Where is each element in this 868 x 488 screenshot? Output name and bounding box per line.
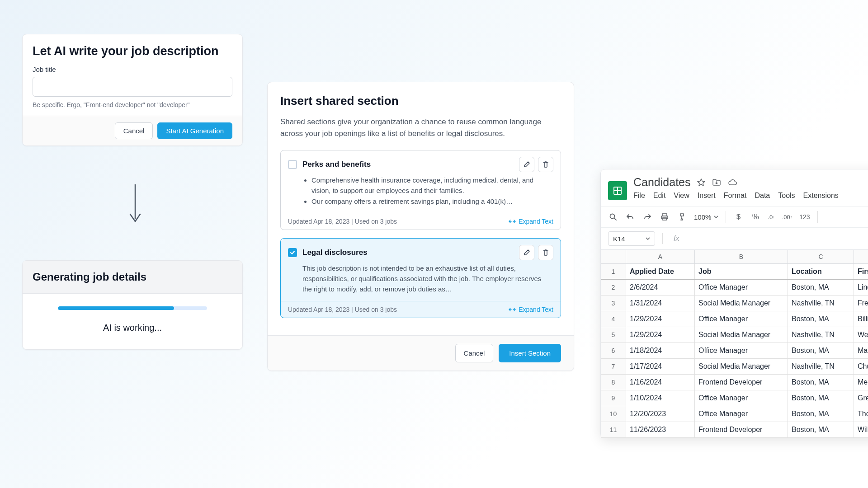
cancel-button[interactable]: Cancel <box>455 344 494 362</box>
cell-reference-selector[interactable]: K14 <box>608 231 655 246</box>
cell[interactable]: Boston, MA <box>788 375 854 390</box>
increase-decimal-icon[interactable]: .00↑ <box>782 212 793 222</box>
cell[interactable]: Nashville, TN <box>788 359 854 374</box>
paint-format-icon[interactable] <box>677 212 687 222</box>
start-ai-generation-button[interactable]: Start AI Generation <box>157 122 232 139</box>
checkbox-perks[interactable] <box>288 160 297 169</box>
cell[interactable]: Boston, MA <box>788 422 854 437</box>
cell[interactable]: Nashville, TN <box>788 296 854 311</box>
row-header[interactable]: 7 <box>601 359 626 374</box>
menu-data[interactable]: Data <box>755 192 770 200</box>
cell[interactable]: 11/26/2023 <box>626 422 695 437</box>
section-option-perks[interactable]: Perks and benefits Comprehensive health … <box>280 150 561 230</box>
column-header[interactable]: A <box>626 250 695 263</box>
more-formats-icon[interactable]: 123 <box>799 212 810 222</box>
cell[interactable]: Fredd <box>854 296 868 311</box>
cell[interactable]: 1/10/2024 <box>626 390 695 406</box>
checkbox-legal[interactable] <box>288 248 297 257</box>
job-title-input[interactable] <box>33 77 232 97</box>
menu-edit[interactable]: Edit <box>653 192 666 200</box>
expand-text-link[interactable]: Expand Text <box>509 306 553 313</box>
cell[interactable]: Gretc <box>854 390 868 406</box>
cloud-status-icon[interactable] <box>727 178 737 187</box>
cell[interactable]: Office Manager <box>695 343 788 358</box>
cell[interactable]: Applied Date <box>626 264 695 279</box>
menu-extensions[interactable]: Extensions <box>803 192 839 200</box>
row-header[interactable]: 1 <box>601 264 626 279</box>
row-header[interactable]: 10 <box>601 406 626 422</box>
cell[interactable]: Boston, MA <box>788 311 854 327</box>
cell[interactable]: Frontend Developer <box>695 422 788 437</box>
menu-file[interactable]: File <box>633 192 645 200</box>
cell[interactable]: 1/18/2024 <box>626 343 695 358</box>
edit-button[interactable] <box>519 245 534 260</box>
cell[interactable]: Boston, MA <box>788 390 854 406</box>
edit-button[interactable] <box>519 157 534 172</box>
row-header[interactable]: 4 <box>601 311 626 327</box>
cell[interactable]: First <box>854 264 868 279</box>
row-header[interactable]: 3 <box>601 296 626 311</box>
cell[interactable]: Boston, MA <box>788 343 854 358</box>
cell[interactable]: Location <box>788 264 854 279</box>
menu-insert[interactable]: Insert <box>698 192 716 200</box>
cell[interactable]: Linds <box>854 280 868 295</box>
delete-button[interactable] <box>538 157 553 172</box>
currency-format-icon[interactable]: $ <box>733 212 743 222</box>
cell[interactable]: Thom <box>854 406 868 422</box>
move-to-folder-icon[interactable] <box>712 178 721 187</box>
cell[interactable]: Billie <box>854 311 868 327</box>
column-header[interactable]: B <box>695 250 788 263</box>
column-header[interactable]: C <box>788 250 854 263</box>
row-header[interactable]: 5 <box>601 327 626 343</box>
print-icon[interactable] <box>660 212 670 222</box>
percent-format-icon[interactable]: % <box>750 212 760 222</box>
star-icon[interactable] <box>697 178 706 187</box>
cell[interactable]: Office Manager <box>695 406 788 422</box>
cell[interactable]: Willia <box>854 422 868 437</box>
cell[interactable]: Social Media Manager <box>695 327 788 343</box>
row-header[interactable]: 8 <box>601 375 626 390</box>
cell[interactable]: Job <box>695 264 788 279</box>
cell[interactable]: Frontend Developer <box>695 375 788 390</box>
zoom-selector[interactable]: 100% <box>694 213 718 221</box>
menu-view[interactable]: View <box>674 192 689 200</box>
menu-tools[interactable]: Tools <box>778 192 795 200</box>
select-all-corner[interactable] <box>601 250 626 263</box>
cell[interactable]: Wend <box>854 327 868 343</box>
cell[interactable]: 1/29/2024 <box>626 311 695 327</box>
cell[interactable]: Social Media Manager <box>695 359 788 374</box>
expand-text-link[interactable]: Expand Text <box>509 218 553 225</box>
cell[interactable]: Office Manager <box>695 390 788 406</box>
row-header[interactable]: 6 <box>601 343 626 358</box>
spreadsheet-grid[interactable]: A B C D 1Applied DateJobLocationFirst22/… <box>601 250 868 438</box>
cell[interactable]: 2/6/2024 <box>626 280 695 295</box>
cell[interactable]: 1/29/2024 <box>626 327 695 343</box>
cell[interactable]: 1/17/2024 <box>626 359 695 374</box>
cancel-button[interactable]: Cancel <box>115 122 153 139</box>
cell[interactable]: Meliss <box>854 375 868 390</box>
column-header[interactable]: D <box>854 250 868 263</box>
row-header[interactable]: 9 <box>601 390 626 406</box>
cell[interactable]: Marjo <box>854 343 868 358</box>
decrease-decimal-icon[interactable]: .0↓ <box>768 212 774 222</box>
cell[interactable]: 1/31/2024 <box>626 296 695 311</box>
row-header[interactable]: 11 <box>601 422 626 437</box>
section-option-legal[interactable]: Legal disclosures This job description i… <box>280 238 561 318</box>
cell[interactable]: Boston, MA <box>788 280 854 295</box>
search-icon[interactable] <box>608 212 618 222</box>
cell[interactable]: Chu <box>854 359 868 374</box>
insert-section-button[interactable]: Insert Section <box>499 344 561 362</box>
redo-icon[interactable] <box>642 212 652 222</box>
document-title[interactable]: Candidates <box>633 176 690 189</box>
cell[interactable]: 1/16/2024 <box>626 375 695 390</box>
cell[interactable]: Office Manager <box>695 280 788 295</box>
menu-format[interactable]: Format <box>724 192 747 200</box>
cell[interactable]: Social Media Manager <box>695 296 788 311</box>
cell[interactable]: Nashville, TN <box>788 327 854 343</box>
cell[interactable]: Boston, MA <box>788 406 854 422</box>
undo-icon[interactable] <box>625 212 635 222</box>
delete-button[interactable] <box>538 245 553 260</box>
row-header[interactable]: 2 <box>601 280 626 295</box>
cell[interactable]: Office Manager <box>695 311 788 327</box>
cell[interactable]: 12/20/2023 <box>626 406 695 422</box>
